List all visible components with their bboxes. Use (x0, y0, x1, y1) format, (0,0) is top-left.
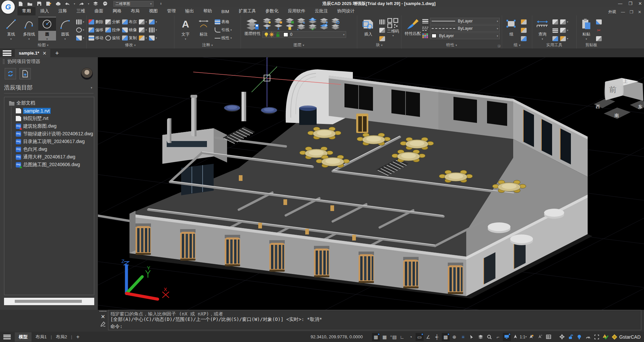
linear-button[interactable]: 线性▾ (215, 34, 232, 42)
erase-button[interactable]: 删除 (89, 18, 103, 25)
tree-file-villa[interactable]: 独院别墅.rvt (4, 115, 94, 122)
lightbulb-icon[interactable] (575, 333, 583, 341)
tree-file-sebaihe[interactable]: 色白河.dwg (4, 145, 94, 153)
properties-dialog-launcher[interactable]: ◲ (497, 44, 500, 48)
viewcube[interactable]: 前 上 西 南 东 (594, 78, 644, 119)
panel-label-group[interactable]: 组 ▾ (502, 42, 532, 48)
ribbon-tab-bim[interactable]: BIM (217, 8, 234, 15)
drawing-viewport[interactable]: Z Y X 前 (98, 57, 644, 310)
point-array-icon[interactable] (76, 19, 82, 24)
ribbon-tab-view[interactable]: 视图 (144, 7, 162, 15)
fullscreen-icon[interactable] (593, 333, 601, 341)
panel-label-layer[interactable]: 图层 ▾ (241, 42, 357, 48)
tree-folder-root[interactable]: 全部文档 (4, 99, 94, 107)
angle-measure-icon[interactable] (552, 19, 558, 24)
minimize-button[interactable]: — (618, 0, 622, 7)
zoom-tool-icon[interactable] (485, 333, 493, 341)
area-icon[interactable] (560, 28, 566, 33)
doc-menu-icon[interactable] (3, 50, 11, 56)
print-icon[interactable] (55, 1, 61, 6)
rect-mode-toggle[interactable]: ▭ (416, 333, 424, 341)
project-select[interactable]: 浩辰项目部 ▾ (4, 82, 94, 93)
tree-file-siteplan[interactable]: 总图施工图_20240606.dwg (4, 161, 94, 168)
performance-gauge-icon[interactable] (584, 333, 592, 341)
ucs-icon-toggle[interactable]: ⌐ (494, 333, 502, 341)
line-button[interactable]: 直线▾ (2, 17, 20, 41)
appearance-menu[interactable]: 外观 (608, 9, 616, 15)
open-folder-icon[interactable] (27, 1, 33, 6)
document-tab[interactable]: sample.1* ✕ (15, 49, 50, 57)
select-similar-icon[interactable] (149, 36, 155, 41)
isocircle-toggle[interactable]: ⊕ (450, 333, 459, 341)
lineweight-select[interactable]: ByLayer▾ (430, 18, 500, 24)
tree-file-energy[interactable]: 节能绿建设计说明-20240612.dwg (4, 130, 94, 138)
panel-grip-icon[interactable] (3, 59, 5, 64)
command-input[interactable]: 指定窗口的角点，输入比例因子 (nX 或 nXP)，或者 [全部(A)/中心(C… (108, 310, 641, 330)
fillet-icon[interactable] (139, 27, 145, 32)
layer-isolate-toggle[interactable] (477, 333, 485, 341)
quick-properties-icon[interactable] (544, 333, 552, 341)
tab-close-icon[interactable]: ✕ (43, 51, 47, 56)
selection-cycling-toggle[interactable] (468, 333, 476, 341)
annotation-scale-value[interactable]: 1:1 (520, 335, 526, 339)
ribbon-tab-manage[interactable]: 管理 (162, 7, 180, 15)
boolean-button[interactable]: 布尔 (122, 18, 137, 25)
redo-caret-icon[interactable]: ▾ (88, 2, 89, 5)
copy-clip-icon[interactable] (596, 36, 602, 41)
layer-stack-icon[interactable] (93, 1, 99, 6)
list-icon[interactable] (560, 19, 566, 24)
annotation-autoscale-icon[interactable] (536, 333, 544, 341)
ribbon-tab-help[interactable]: 帮助 (199, 7, 217, 15)
quick-select-icon[interactable] (560, 36, 566, 41)
toolbar-more-icon[interactable]: ⇟ (160, 2, 162, 5)
arc-button[interactable]: 圆弧▾ (56, 17, 74, 41)
lineweight-display-toggle[interactable]: ≡ (459, 333, 467, 341)
layout2-tab[interactable]: 布局2 (52, 332, 71, 342)
layer-tools-icons[interactable] (262, 17, 339, 30)
block-edit-icon[interactable] (379, 28, 385, 33)
snap-grid-toggle[interactable]: ▦ (381, 333, 389, 341)
app-logo-icon[interactable]: G (1, 0, 15, 14)
ortho-toggle[interactable]: ∟ (398, 333, 406, 341)
settings-gear-icon[interactable] (558, 333, 566, 341)
align-icon[interactable] (149, 19, 155, 24)
undo-icon[interactable] (64, 1, 70, 6)
ribbon-tab-layout[interactable]: 布局 (126, 7, 144, 15)
close-button[interactable]: ✕ (638, 0, 642, 7)
hatch-preview-toggle[interactable]: ▩ (442, 333, 450, 341)
polar-tracking-toggle[interactable]: ◔ (407, 333, 415, 341)
break-icon[interactable] (139, 36, 145, 41)
user-avatar[interactable] (81, 68, 93, 80)
text-button[interactable]: A 文字▾ (176, 17, 195, 41)
linetype-select[interactable]: ByLayer▾ (430, 25, 500, 32)
cmd-close-icon[interactable]: ✕ (101, 314, 105, 320)
ribbon-tab-home[interactable]: 常用 (17, 7, 36, 15)
layout1-tab[interactable]: 布局1 (32, 332, 51, 342)
ribbon-tab-cloud[interactable]: 云批注 (310, 7, 332, 15)
layer-select[interactable]: 0 ▾ (262, 31, 346, 38)
sidebar-hscrollbar[interactable] (4, 298, 94, 305)
angle-toggle[interactable]: ∠ (424, 333, 432, 341)
panel-label-properties[interactable]: 特性 ▾ (401, 42, 502, 48)
ribbon-tab-collab[interactable]: 协同设计 (332, 7, 359, 15)
query-button[interactable]: 查询▾ (534, 17, 550, 41)
copy-button[interactable]: 复制 (122, 34, 137, 42)
group-select-icon[interactable] (521, 36, 527, 41)
cmd-pencil-icon[interactable] (100, 321, 106, 327)
ribbon-tab-mesh[interactable]: 网格 (108, 7, 126, 15)
group-button[interactable]: 组 (504, 17, 519, 37)
calculator-icon[interactable] (552, 28, 558, 33)
copy-with-base-icon[interactable] (596, 19, 602, 24)
doc-minimize-button[interactable]: — (621, 10, 625, 14)
snap-mode-toggle[interactable]: ⁺▤ (389, 333, 397, 341)
tree-file-outline[interactable]: 建筑轮廓图.dwg (4, 122, 94, 130)
ribbon-tab-surface[interactable]: 曲面 (90, 7, 108, 15)
match-properties-button[interactable]: 特性匹配 (404, 17, 422, 36)
ribbon-tab-output[interactable]: 输出 (180, 7, 199, 15)
doc-restore-button[interactable]: ❐ (630, 10, 633, 14)
ribbon-tab-parametric[interactable]: 参数化 (261, 7, 283, 15)
new-file-icon[interactable] (17, 1, 23, 6)
license-status-icon[interactable]: ! (601, 333, 609, 341)
save-icon[interactable] (36, 1, 42, 6)
panel-label-modify[interactable]: 修改 ▾ (87, 42, 174, 48)
